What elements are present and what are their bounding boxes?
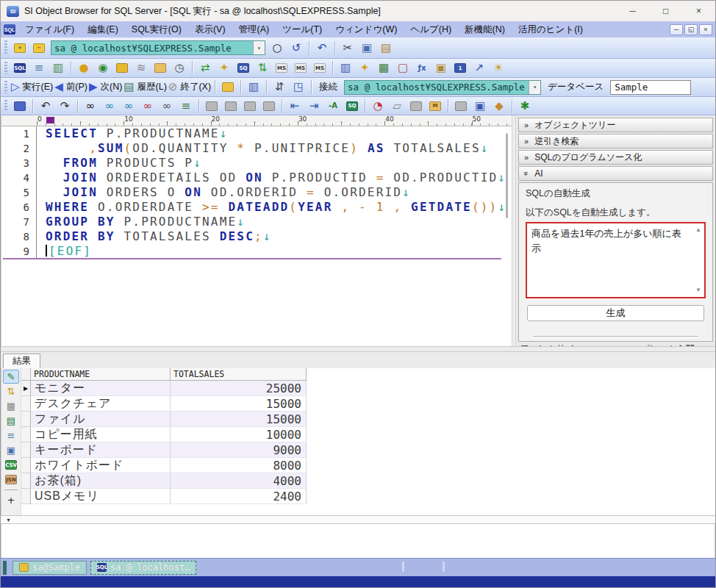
export-csv-button[interactable]: CSV [3,458,19,472]
close-button[interactable]: × [682,1,715,21]
cell-totalsales[interactable]: 4000 [171,473,307,489]
package-button[interactable]: ◆ [490,98,508,114]
sql-editor[interactable]: 01020304050 1SELECT P.PRODUCTNAME↓2 ,SUM… [1,115,512,346]
row-header-cell[interactable] [21,396,31,412]
row-header-cell[interactable] [21,412,31,427]
cell-totalsales[interactable]: 8000 [171,458,307,473]
bookmark-2-button[interactable] [222,98,240,114]
table-row[interactable]: ファイル15000 [21,412,307,427]
table-row[interactable]: デスクチェア15000 [21,396,307,412]
undo-edit-button[interactable]: ↶ [313,40,331,56]
find-options-button[interactable]: ∞ [158,98,176,114]
data-transfer-button[interactable]: ⇄ [196,60,214,76]
record-button[interactable]: ○ [268,40,286,56]
table-row[interactable]: ホワイトボード8000 [21,458,307,473]
table-definition-button[interactable]: ▥ [337,60,354,76]
cell-productname[interactable]: お茶(箱) [31,473,171,489]
redo-button[interactable]: ↷ [56,98,74,114]
cut-button[interactable]: ✂ [339,40,357,56]
sequence-button[interactable]: 1 [451,60,469,76]
align-center-pane-button[interactable]: ⇵ [271,79,288,96]
row-header-cell[interactable] [21,427,31,442]
cell-totalsales[interactable]: 10000 [171,427,307,442]
ms-database-button[interactable]: MS [292,60,309,76]
menu-item-9[interactable]: 活用のヒント(I) [512,21,590,37]
cell-productname[interactable]: コピー用紙 [31,427,171,442]
cell-totalsales[interactable]: 2400 [171,489,307,504]
ms-search-button[interactable]: MS [273,60,290,76]
panel-reverse-search[interactable]: » 逆引き検索 [518,134,713,148]
paste-button[interactable]: ▤ [377,40,395,56]
cell-productname[interactable]: モニター [31,381,171,396]
row-header-cell[interactable] [21,442,31,458]
scroll-up-icon[interactable]: ▲ [695,226,701,234]
user-manage-button[interactable]: ● [75,60,93,76]
outdent-button[interactable]: ⇤ [286,98,304,114]
sort-rows-button[interactable]: ⇅ [3,384,19,398]
flow-step-button[interactable]: ▱ [388,98,406,114]
menu-item-1[interactable]: 編集(E) [81,21,125,37]
terminate-button[interactable]: ⊘終了(X) [168,79,211,96]
form-window-button[interactable]: ▢ [394,60,412,76]
code-lines[interactable]: 1SELECT P.PRODUCTNAME↓2 ,SUM(OD.QUANTITY… [1,126,512,346]
generate-button[interactable]: 生成 [527,305,704,321]
bookmark-3-button[interactable] [241,98,259,114]
previous-button[interactable]: ◀前(P) [54,79,87,96]
export-excel-button[interactable]: ▤ [3,414,19,428]
primary-key-button[interactable]: ✦ [356,60,373,76]
open-file-button[interactable] [219,79,237,96]
next-button[interactable]: ▶次(N) [89,79,122,96]
ms-deploy-button[interactable]: MS [311,60,329,76]
cell-productname[interactable]: ファイル [31,412,171,427]
find-list-button[interactable]: ≡ [177,98,195,114]
table-row[interactable]: ▶モニター25000 [21,381,307,396]
export-json-button[interactable]: JSN [3,473,19,487]
sql-execute-window-button[interactable]: SQL [11,60,29,76]
task-tab-0[interactable]: sa@Sample [12,561,87,575]
comment-toggle-button[interactable]: -A [324,98,342,114]
table-row[interactable]: コピー用紙10000 [21,427,307,442]
menu-item-4[interactable]: 管理(A) [232,21,276,37]
reload-button[interactable]: ↺ [287,40,305,56]
result-window-button[interactable]: ▣ [471,98,489,114]
security-button[interactable] [113,60,131,76]
db-synchronize-button[interactable]: ⇅ [254,60,271,76]
storage-button[interactable] [151,60,169,76]
find-previous-button[interactable]: ∞ [120,98,137,114]
menu-item-3[interactable]: 表示(V) [188,21,232,37]
connection-remove-button[interactable]: − [30,40,48,56]
grid-settings-button[interactable]: ▦ [3,399,19,413]
script-window-button[interactable]: ≡ [30,60,48,76]
calendar-grid-button[interactable]: ▦ [375,60,393,76]
table-row[interactable]: USBメモリ2400 [21,489,307,504]
mdi-close-button[interactable]: × [699,24,712,35]
undo-button[interactable]: ↶ [37,98,54,114]
row-header-cell[interactable] [21,458,31,473]
execution-plan-button[interactable]: ◔ [369,98,387,114]
horizontal-splitter[interactable] [1,346,715,352]
menu-item-7[interactable]: ヘルプ(H) [404,21,458,37]
table-row[interactable]: キーボード9000 [21,442,307,458]
editor-scrollbar[interactable] [506,133,508,218]
results-horizontal-scrollbar[interactable]: ▼ [1,515,715,524]
mdi-minimize-button[interactable]: ─ [670,24,683,35]
cell-productname[interactable]: デスクチェア [31,396,171,412]
function-editor-button[interactable]: ƒx [413,60,431,76]
menu-item-8[interactable]: 新機能(N) [458,21,512,37]
cell-productname[interactable]: ホワイトボード [31,458,171,473]
execute-button[interactable]: ▷実行(E) [11,79,53,96]
flow-block-button[interactable] [407,98,425,114]
column-header-totalsales[interactable]: TOTALSALES [171,368,307,381]
row-header-cell[interactable]: ▶ [21,381,31,396]
cell-totalsales[interactable]: 15000 [171,412,307,427]
sql-search-button[interactable]: SQ [235,60,252,76]
panel-object-tree[interactable]: » オブジェクトツリー [518,118,713,132]
add-row-button[interactable]: + [3,493,19,507]
bookmark-4-button[interactable] [260,98,278,114]
menu-item-2[interactable]: SQL実行(O) [125,21,188,37]
mdi-restore-button[interactable]: ◱ [684,24,698,35]
copy-button[interactable]: ▣ [358,40,376,56]
maximize-button[interactable]: □ [649,1,682,21]
job-schedule-button[interactable]: ◷ [171,60,188,76]
panel-sql-to-source[interactable]: » SQLのプログラムソース化 [518,150,713,165]
